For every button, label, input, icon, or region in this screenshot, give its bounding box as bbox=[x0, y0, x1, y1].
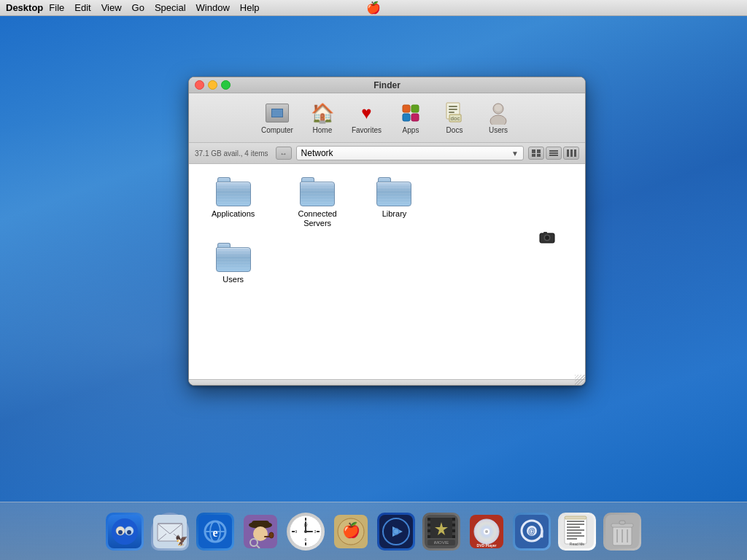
finder-title-bar: Finder bbox=[189, 77, 585, 93]
menu-go[interactable]: Go bbox=[132, 2, 144, 13]
icon-view-button[interactable] bbox=[528, 147, 544, 160]
toolbar-users-label: Users bbox=[489, 126, 508, 134]
menu-view[interactable]: View bbox=[101, 2, 122, 13]
dock-finder[interactable] bbox=[104, 510, 146, 553]
svg-text:doc: doc bbox=[451, 115, 460, 122]
svg-rect-20 bbox=[567, 149, 569, 157]
toolbar-docs[interactable]: doc Docs bbox=[433, 98, 476, 138]
trash-dock-icon bbox=[603, 513, 641, 551]
readme-dock-icon: Read Me bbox=[558, 513, 596, 551]
toolbar-home[interactable]: 🏠 Home bbox=[301, 98, 344, 138]
toolbar-users[interactable]: Users bbox=[477, 98, 519, 138]
svg-rect-80 bbox=[452, 526, 455, 529]
finder-dock-icon bbox=[106, 513, 144, 551]
svg-rect-1 bbox=[411, 105, 419, 112]
list-view-button[interactable] bbox=[546, 147, 562, 160]
svg-text:🍎: 🍎 bbox=[342, 521, 360, 539]
users-folder-label: Users bbox=[222, 275, 244, 284]
menu-help[interactable]: Help bbox=[240, 2, 260, 13]
svg-rect-110 bbox=[619, 521, 625, 524]
svg-text:12: 12 bbox=[303, 523, 308, 527]
dock-quicktime[interactable] bbox=[375, 510, 417, 553]
folder-applications[interactable]: Applications bbox=[198, 173, 268, 233]
svg-rect-15 bbox=[532, 154, 535, 157]
menu-edit[interactable]: Edit bbox=[74, 2, 90, 13]
toolbar-computer[interactable]: Computer bbox=[255, 98, 300, 138]
menubar-desktop-label[interactable]: Desktop bbox=[6, 2, 43, 13]
finder-window: Finder Computer 🏠 Home ♥ Favorites bbox=[188, 77, 586, 386]
finder-content: Applications Connected Servers Library bbox=[189, 164, 585, 379]
svg-rect-105 bbox=[565, 516, 587, 519]
svg-text:6: 6 bbox=[305, 537, 307, 542]
svg-rect-103 bbox=[567, 535, 584, 537]
svg-rect-104 bbox=[567, 538, 577, 540]
toolbar-computer-label: Computer bbox=[261, 126, 293, 134]
window-controls bbox=[195, 80, 231, 90]
disk-info: 37.1 GB avail., 4 items bbox=[195, 149, 268, 158]
library-folder-icon bbox=[376, 177, 411, 206]
svg-point-49 bbox=[269, 532, 274, 538]
svg-rect-26 bbox=[543, 232, 547, 234]
svg-rect-98 bbox=[567, 521, 584, 522]
apps-icon bbox=[399, 101, 422, 125]
svg-point-11 bbox=[490, 115, 506, 125]
svg-rect-14 bbox=[537, 149, 541, 153]
close-button[interactable] bbox=[195, 80, 204, 90]
window-title: Finder bbox=[374, 80, 400, 90]
svg-rect-13 bbox=[532, 149, 535, 153]
navigation-button[interactable]: ↔ bbox=[276, 147, 292, 160]
dock-dvd[interactable]: DVD Player bbox=[465, 510, 508, 553]
macosx-dock-icon: 🍎 bbox=[332, 513, 370, 551]
folder-connected-servers[interactable]: Connected Servers bbox=[289, 173, 345, 233]
svg-text:3: 3 bbox=[314, 529, 317, 534]
view-buttons bbox=[528, 147, 579, 160]
toolbar-home-label: Home bbox=[313, 126, 333, 134]
toolbar-favorites-label: Favorites bbox=[352, 126, 382, 134]
apple-menu[interactable]: 🍎 bbox=[366, 1, 381, 15]
connected-servers-folder-icon bbox=[300, 177, 335, 206]
svg-rect-99 bbox=[567, 524, 584, 525]
svg-rect-2 bbox=[403, 114, 410, 121]
menu-window[interactable]: Window bbox=[196, 2, 230, 13]
dock-clock[interactable]: 12 3 6 9 bbox=[285, 510, 327, 553]
folder-library[interactable]: Library bbox=[366, 173, 422, 233]
svg-rect-19 bbox=[549, 155, 558, 156]
quicktime-dock-icon bbox=[377, 513, 415, 551]
dock-at-mail[interactable]: @ bbox=[511, 510, 553, 553]
dock-readme[interactable]: Read Me bbox=[556, 510, 598, 553]
column-view-button[interactable] bbox=[563, 147, 579, 160]
resize-handle[interactable] bbox=[575, 375, 585, 385]
svg-rect-21 bbox=[570, 149, 573, 157]
dock-mail[interactable]: 🦅 bbox=[149, 510, 191, 553]
svg-point-25 bbox=[545, 236, 549, 240]
finder-address-bar: 37.1 GB avail., 4 items ↔ Network ▼ bbox=[189, 143, 585, 164]
svg-rect-46 bbox=[252, 521, 269, 526]
menu-file[interactable]: File bbox=[49, 2, 64, 13]
sherlock-dock-icon bbox=[241, 513, 279, 551]
folder-users[interactable]: Users bbox=[198, 238, 268, 289]
minimize-button[interactable] bbox=[208, 80, 217, 90]
location-bar[interactable]: Network ▼ bbox=[296, 146, 524, 160]
menubar: Desktop File Edit View Go Special Window… bbox=[0, 0, 747, 16]
svg-rect-22 bbox=[574, 149, 576, 157]
home-icon: 🏠 bbox=[311, 101, 334, 125]
maximize-button[interactable] bbox=[221, 80, 231, 90]
svg-rect-79 bbox=[452, 521, 455, 524]
dock-macosx[interactable]: 🍎 bbox=[330, 510, 372, 553]
toolbar-apps[interactable]: Apps bbox=[390, 98, 432, 138]
dock-imovie[interactable]: iMOVIE bbox=[420, 510, 462, 553]
dock-trash[interactable] bbox=[601, 510, 643, 553]
svg-text:iMOVIE: iMOVIE bbox=[434, 540, 449, 545]
applications-folder-icon bbox=[216, 177, 251, 206]
svg-rect-18 bbox=[549, 152, 558, 154]
svg-rect-101 bbox=[567, 529, 584, 531]
dock-sherlock[interactable] bbox=[239, 510, 282, 553]
menu-special[interactable]: Special bbox=[155, 2, 186, 13]
users-icon bbox=[487, 101, 510, 125]
empty-cell-2 bbox=[506, 173, 576, 233]
svg-rect-76 bbox=[427, 521, 430, 524]
dock-ie[interactable]: e bbox=[194, 510, 236, 553]
svg-rect-102 bbox=[567, 532, 581, 534]
toolbar-favorites[interactable]: ♥ Favorites bbox=[345, 98, 388, 138]
library-folder-label: Library bbox=[382, 209, 407, 219]
